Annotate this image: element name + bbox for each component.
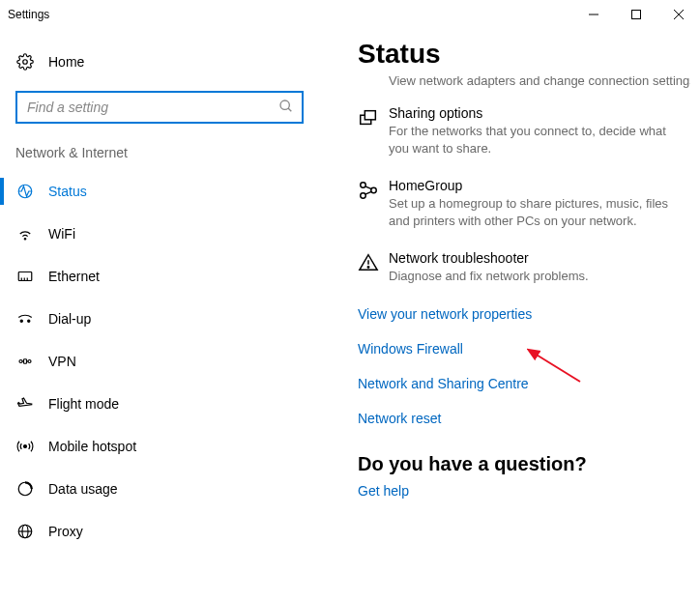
- link-sharing-centre[interactable]: Network and Sharing Centre: [358, 376, 690, 391]
- svg-point-13: [20, 320, 22, 322]
- svg-rect-26: [365, 111, 375, 120]
- svg-point-4: [23, 60, 28, 65]
- sharing-icon: [358, 105, 389, 157]
- sidebar-item-label: Flight mode: [48, 396, 119, 412]
- block-homegroup[interactable]: HomeGroup Set up a homegroup to share pi…: [358, 178, 690, 229]
- svg-line-31: [365, 191, 371, 194]
- block-sharing[interactable]: Sharing options For the networks that yo…: [358, 105, 690, 157]
- status-icon: [15, 183, 35, 200]
- sidebar-item-vpn[interactable]: VPN: [0, 340, 319, 383]
- airplane-icon: [15, 395, 35, 413]
- vpn-icon: [15, 353, 35, 370]
- svg-point-16: [28, 360, 31, 363]
- svg-point-33: [367, 267, 368, 268]
- sidebar: Home Network & Internet Status WiFi: [0, 29, 319, 600]
- block-troubleshooter[interactable]: Network troubleshooter Diagnose and fix …: [358, 250, 690, 285]
- svg-point-29: [361, 193, 366, 199]
- block-desc: For the networks that you connect to, de…: [389, 123, 681, 157]
- window-title: Settings: [8, 8, 49, 21]
- block-desc: Set up a homegroup to share pictures, mu…: [389, 195, 681, 229]
- window-controls: [572, 0, 700, 29]
- svg-point-5: [280, 100, 289, 109]
- sidebar-item-home[interactable]: Home: [0, 43, 319, 81]
- sidebar-item-label: Dial-up: [48, 311, 91, 327]
- svg-point-15: [19, 360, 22, 363]
- svg-rect-17: [24, 359, 27, 364]
- sidebar-item-status[interactable]: Status: [0, 170, 319, 213]
- page-title: Status: [358, 39, 690, 70]
- sidebar-item-label: Data usage: [48, 481, 118, 497]
- gear-icon: [15, 53, 35, 71]
- ethernet-icon: [15, 268, 35, 285]
- main-panel: Status View network adapters and change …: [319, 29, 700, 600]
- search-wrap: [15, 91, 304, 124]
- sidebar-item-wifi[interactable]: WiFi: [0, 213, 319, 255]
- sidebar-item-label: Mobile hotspot: [48, 439, 136, 454]
- cutoff-text: View network adapters and change connect…: [389, 73, 690, 88]
- svg-point-28: [371, 187, 377, 193]
- globe-icon: [15, 523, 35, 540]
- svg-line-6: [288, 108, 291, 111]
- svg-point-20: [24, 445, 27, 448]
- minimize-button[interactable]: [572, 0, 615, 29]
- search-input[interactable]: [15, 91, 304, 124]
- sidebar-item-data[interactable]: Data usage: [0, 468, 319, 510]
- link-get-help[interactable]: Get help: [358, 483, 690, 499]
- block-title: Sharing options: [389, 105, 681, 121]
- sidebar-item-label: VPN: [48, 354, 76, 369]
- svg-rect-9: [18, 272, 32, 281]
- section-header: Network & Internet: [0, 145, 319, 170]
- dialup-icon: [15, 310, 35, 328]
- close-button[interactable]: [657, 0, 700, 29]
- wifi-icon: [15, 225, 35, 243]
- warning-icon: [358, 250, 389, 285]
- sidebar-item-flight[interactable]: Flight mode: [0, 383, 319, 425]
- data-usage-icon: [15, 480, 35, 498]
- svg-point-27: [361, 183, 366, 188]
- block-desc: Diagnose and fix network problems.: [389, 268, 681, 285]
- maximize-button[interactable]: [615, 0, 657, 29]
- sidebar-item-dialup[interactable]: Dial-up: [0, 298, 319, 340]
- search-icon: [278, 99, 294, 114]
- svg-point-8: [24, 239, 26, 241]
- sidebar-item-label: WiFi: [48, 226, 75, 242]
- sidebar-item-label: Ethernet: [48, 269, 100, 284]
- link-firewall[interactable]: Windows Firewall: [358, 341, 690, 357]
- svg-rect-1: [632, 11, 641, 19]
- block-title: Network troubleshooter: [389, 250, 681, 266]
- sidebar-item-hotspot[interactable]: Mobile hotspot: [0, 425, 319, 468]
- sidebar-item-proxy[interactable]: Proxy: [0, 510, 319, 553]
- sidebar-item-label: Proxy: [48, 524, 83, 539]
- svg-point-14: [28, 320, 30, 322]
- hotspot-icon: [15, 438, 35, 455]
- home-label: Home: [48, 54, 84, 70]
- block-title: HomeGroup: [389, 178, 681, 193]
- link-network-properties[interactable]: View your network properties: [358, 306, 690, 322]
- titlebar: Settings: [0, 0, 700, 29]
- sidebar-item-ethernet[interactable]: Ethernet: [0, 255, 319, 298]
- link-network-reset[interactable]: Network reset: [358, 411, 690, 426]
- question-heading: Do you have a question?: [358, 453, 690, 475]
- svg-line-30: [365, 186, 371, 189]
- sidebar-item-label: Status: [48, 184, 87, 199]
- homegroup-icon: [358, 178, 389, 229]
